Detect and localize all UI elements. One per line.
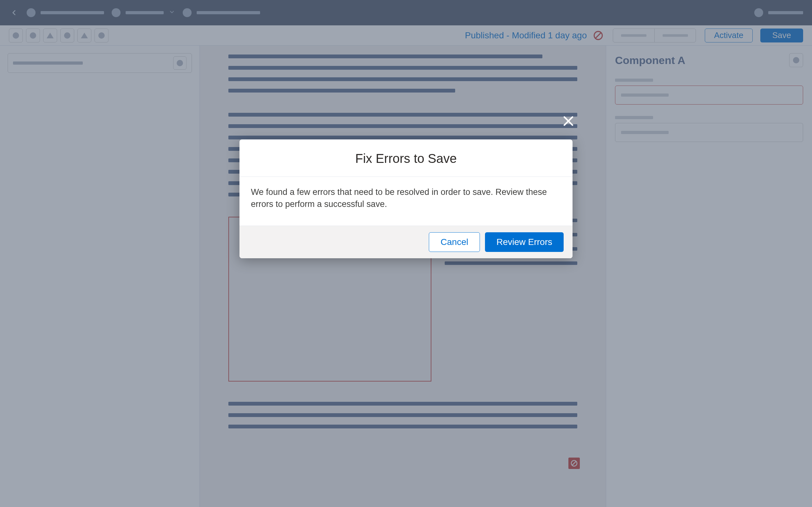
review-errors-button[interactable]: Review Errors: [485, 232, 564, 252]
error-modal: Fix Errors to Save We found a few errors…: [240, 139, 572, 258]
cancel-button[interactable]: Cancel: [429, 232, 480, 252]
modal-title: Fix Errors to Save: [252, 152, 560, 166]
modal-close-button[interactable]: [561, 114, 575, 129]
modal-body: We found a few errors that need to be re…: [240, 177, 572, 226]
modal-footer: Cancel Review Errors: [240, 226, 572, 258]
modal-header: Fix Errors to Save: [240, 139, 572, 177]
